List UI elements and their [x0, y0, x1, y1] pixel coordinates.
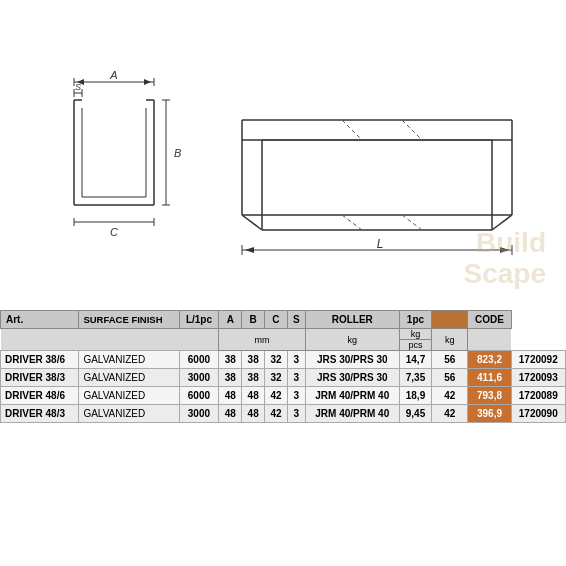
cell-code: 1720093 — [511, 369, 566, 387]
cell-s: 3 — [287, 351, 305, 369]
cell-a: 48 — [219, 405, 242, 423]
cell-surface: GALVANIZED — [79, 387, 179, 405]
cell-code: 1720089 — [511, 387, 566, 405]
cell-c: 42 — [265, 405, 288, 423]
table-area: Art. SURFACE FINISH L/1pc A B C S ROLLER… — [0, 310, 566, 566]
product-table: Art. SURFACE FINISH L/1pc A B C S ROLLER… — [0, 310, 566, 423]
svg-text:L: L — [377, 237, 384, 251]
cell-art: DRIVER 38/3 — [1, 369, 79, 387]
cell-b: 38 — [242, 369, 265, 387]
cell-l1pc: 3000 — [179, 369, 219, 387]
col-header-art: Art. — [1, 311, 79, 329]
cell-surface: GALVANIZED — [79, 369, 179, 387]
sub-l1pc — [179, 329, 219, 351]
cell-b: 48 — [242, 387, 265, 405]
cell-roller: JRM 40/PRM 40 — [305, 405, 399, 423]
svg-line-33 — [492, 215, 512, 230]
sub-icon-kg: kg — [432, 329, 468, 351]
cell-kg-1pc: 411,6 — [468, 369, 511, 387]
cell-s: 3 — [287, 405, 305, 423]
table-body: DRIVER 38/6GALVANIZED60003838323JRS 30/P… — [1, 351, 566, 423]
col-header-code: CODE — [468, 311, 511, 329]
col-header-roller: ROLLER — [305, 311, 399, 329]
cell-l1pc: 6000 — [179, 351, 219, 369]
left-diagram: A S B C — [44, 60, 204, 260]
col-header-icon — [432, 311, 468, 329]
cell-l1pc: 6000 — [179, 387, 219, 405]
page: A S B C — [0, 0, 566, 566]
cell-kg-roller: 7,35 — [399, 369, 431, 387]
cell-kg-1pc: 396,9 — [468, 405, 511, 423]
cell-roller: JRM 40/PRM 40 — [305, 387, 399, 405]
cell-a: 38 — [219, 369, 242, 387]
col-header-surface: SURFACE FINISH — [79, 311, 179, 329]
cell-pcs: 56 — [432, 351, 468, 369]
svg-line-39 — [402, 120, 422, 140]
right-diagram: L — [232, 60, 522, 260]
cell-pcs: 42 — [432, 405, 468, 423]
cell-c: 32 — [265, 369, 288, 387]
cell-code: 1720090 — [511, 405, 566, 423]
svg-line-37 — [342, 120, 362, 140]
sub-surface — [79, 329, 179, 351]
col-header-s: S — [287, 311, 305, 329]
svg-marker-45 — [245, 247, 254, 253]
svg-line-38 — [342, 215, 362, 230]
col-header-l1pc: L/1pc — [179, 311, 219, 329]
sub-pcs: pcs — [400, 340, 431, 350]
cell-pcs: 42 — [432, 387, 468, 405]
cell-b: 38 — [242, 351, 265, 369]
cell-roller: JRS 30/PRS 30 — [305, 351, 399, 369]
cell-c: 32 — [265, 351, 288, 369]
svg-text:C: C — [110, 226, 118, 238]
cell-roller: JRS 30/PRS 30 — [305, 369, 399, 387]
sub-mm: mm — [219, 329, 305, 351]
cell-pcs: 56 — [432, 369, 468, 387]
table-row: DRIVER 38/3GALVANIZED30003838323JRS 30/P… — [1, 369, 566, 387]
svg-line-40 — [402, 215, 422, 230]
col-header-b: B — [242, 311, 265, 329]
diagram-area: A S B C — [0, 0, 566, 310]
cell-kg-roller: 9,45 — [399, 405, 431, 423]
svg-text:A: A — [109, 69, 117, 81]
cell-kg-1pc: 793,8 — [468, 387, 511, 405]
sub-1pc-pcs: kg pcs — [399, 329, 431, 351]
cell-surface: GALVANIZED — [79, 405, 179, 423]
table-row: DRIVER 48/3GALVANIZED30004848423JRM 40/P… — [1, 405, 566, 423]
svg-text:B: B — [174, 147, 181, 159]
svg-marker-46 — [500, 247, 509, 253]
sub-art — [1, 329, 79, 351]
cell-a: 38 — [219, 351, 242, 369]
svg-text:S: S — [75, 82, 81, 92]
cell-art: DRIVER 48/3 — [1, 405, 79, 423]
sub-roller-kg: kg — [305, 329, 399, 351]
sub-kg: kg — [400, 329, 431, 340]
col-header-a: A — [219, 311, 242, 329]
cell-s: 3 — [287, 369, 305, 387]
cell-surface: GALVANIZED — [79, 351, 179, 369]
cell-kg-roller: 14,7 — [399, 351, 431, 369]
cell-s: 3 — [287, 387, 305, 405]
cell-kg-roller: 18,9 — [399, 387, 431, 405]
cell-code: 1720092 — [511, 351, 566, 369]
svg-line-30 — [242, 215, 262, 230]
table-row: DRIVER 48/6GALVANIZED60004848423JRM 40/P… — [1, 387, 566, 405]
sub-code — [468, 329, 511, 351]
cell-c: 42 — [265, 387, 288, 405]
col-header-1pc: 1pc — [399, 311, 431, 329]
col-header-c: C — [265, 311, 288, 329]
svg-marker-25 — [144, 79, 151, 85]
cell-l1pc: 3000 — [179, 405, 219, 423]
cell-b: 48 — [242, 405, 265, 423]
cell-a: 48 — [219, 387, 242, 405]
cell-art: DRIVER 38/6 — [1, 351, 79, 369]
cell-art: DRIVER 48/6 — [1, 387, 79, 405]
table-row: DRIVER 38/6GALVANIZED60003838323JRS 30/P… — [1, 351, 566, 369]
cell-kg-1pc: 823,2 — [468, 351, 511, 369]
